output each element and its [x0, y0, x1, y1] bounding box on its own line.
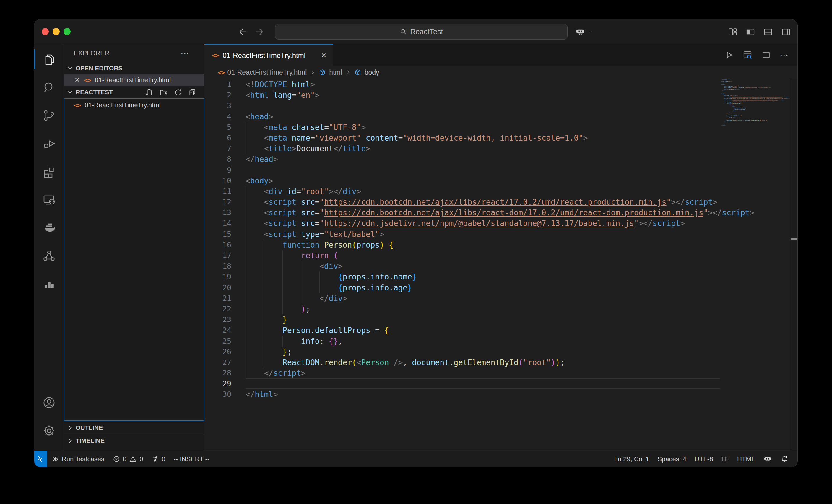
tab-active-file[interactable]: <> 01-ReactFirstTimeTry.html ✕ [204, 44, 333, 66]
line-number: 3 [204, 101, 231, 111]
code-line[interactable]: 4<head> [204, 111, 720, 122]
split-editor-icon[interactable] [761, 50, 771, 60]
code-line[interactable]: 17 return ( [204, 250, 720, 261]
back-icon[interactable] [238, 27, 248, 37]
code-line[interactable]: 9 [204, 165, 720, 176]
refresh-icon[interactable] [174, 88, 182, 97]
symbol-cube-icon [354, 69, 362, 76]
open-editor-entry[interactable]: ✕ <> 01-ReactFirstTimeTry.html [64, 74, 204, 86]
outline-header[interactable]: OUTLINE [64, 421, 204, 434]
new-folder-icon[interactable] [159, 88, 168, 97]
zoom-window-button[interactable] [63, 28, 71, 35]
run-testcases-button[interactable]: Run Testcases [47, 451, 108, 467]
close-icon[interactable]: ✕ [321, 52, 327, 59]
eol-setting[interactable]: LF [717, 455, 733, 463]
code-line[interactable]: 12 <script src="https://cdn.bootcdn.net/… [204, 197, 720, 207]
code-line[interactable]: 28 </script> [204, 368, 720, 378]
code-line[interactable]: 15 <script type="text/babel"> [204, 229, 720, 240]
code-line[interactable]: 27 ReactDOM.render(<Person />, document.… [204, 357, 720, 368]
vim-mode-indicator[interactable]: -- INSERT -- [170, 451, 214, 467]
encoding-setting[interactable]: UTF-8 [691, 455, 717, 463]
code-line[interactable]: 21 </div> [204, 293, 720, 304]
code-line[interactable]: 25 info: {}, [204, 336, 720, 347]
line-number: 2 [204, 90, 231, 101]
workspace-header[interactable]: REACTTEST [64, 86, 204, 98]
close-icon[interactable]: ✕ [74, 76, 80, 84]
indentation-setting[interactable]: Spaces: 4 [653, 455, 691, 463]
code-line[interactable]: 13 <script src="https://cdn.bootcdn.net/… [204, 207, 720, 218]
code-line[interactable]: 16 function Person(props) { [204, 240, 720, 250]
new-file-icon[interactable] [145, 88, 154, 97]
activity-source-control[interactable] [34, 101, 63, 129]
minimize-window-button[interactable] [53, 28, 60, 35]
activity-chart[interactable] [34, 270, 63, 298]
line-number: 15 [204, 229, 231, 240]
activity-docker[interactable] [34, 214, 63, 242]
activity-share-circles[interactable] [34, 242, 63, 270]
timeline-header[interactable]: TIMELINE [64, 434, 204, 447]
toggle-secondary-sidebar-icon[interactable] [781, 27, 791, 37]
code-line[interactable]: 19 {props.info.name} [204, 271, 720, 282]
copilot-menu[interactable] [575, 20, 593, 44]
code-line[interactable]: 20 {props.info.age} [204, 283, 720, 293]
code-line[interactable]: 6 <meta name="viewport" content="width=d… [204, 133, 720, 143]
code-line[interactable]: 30</html> [204, 389, 720, 400]
notifications-bell[interactable] [776, 455, 793, 463]
activity-extensions[interactable] [34, 157, 63, 186]
code-line[interactable]: 3 [204, 101, 720, 111]
code-line[interactable]: 10<body> [204, 176, 720, 186]
tree-item-file[interactable]: <> 01-ReactFirstTimeTry.html [64, 99, 204, 112]
code-line[interactable]: 30</html> [721, 124, 790, 126]
activity-remote-explorer[interactable] [34, 186, 63, 214]
language-mode[interactable]: HTML [733, 455, 759, 463]
breadcrumb-symbol-body[interactable]: body [365, 69, 380, 77]
breadcrumb-file[interactable]: 01-ReactFirstTimeTry.html [228, 69, 307, 77]
code-line[interactable]: 5 <meta charset="UTF-8"> [204, 122, 720, 133]
open-editors-header[interactable]: OPEN EDITORS [64, 62, 204, 74]
code-line[interactable]: 1<!DOCTYPE html> [204, 79, 720, 90]
line-number: 26 [204, 347, 231, 357]
toggle-primary-sidebar-icon[interactable] [746, 27, 755, 37]
debug-icon [42, 136, 56, 151]
search-value: ReactTest [410, 27, 443, 36]
forward-icon[interactable] [255, 27, 264, 37]
code-line[interactable]: 26 }; [204, 347, 720, 357]
code-line[interactable]: 18 <div> [204, 261, 720, 271]
remote-icon [36, 455, 45, 463]
code-line[interactable]: 2<html lang="en"> [204, 90, 720, 101]
settings-menu[interactable] [34, 417, 63, 445]
collapse-all-icon[interactable] [188, 88, 197, 97]
code-line[interactable]: 11 <div id="root"></div> [204, 186, 720, 197]
code-line[interactable]: 24 Person.defaultProps = { [204, 325, 720, 336]
code-line[interactable]: 23 } [204, 314, 720, 325]
ports-indicator[interactable]: 0 [147, 451, 169, 467]
code-line[interactable]: 8</head> [204, 154, 720, 164]
toggle-panel-icon[interactable] [763, 27, 773, 37]
code-editor[interactable]: 1<!DOCTYPE html>2<html lang="en">34<head… [204, 79, 798, 451]
open-editors-label: OPEN EDITORS [76, 65, 122, 72]
activity-run-debug[interactable] [34, 129, 63, 157]
line-number: 22 [204, 304, 231, 314]
close-window-button[interactable] [42, 28, 49, 35]
code-line[interactable]: 29 [204, 378, 720, 389]
activity-search[interactable] [34, 73, 63, 101]
activity-explorer[interactable] [34, 45, 63, 73]
problems-indicator[interactable]: 0 0 [108, 451, 148, 467]
copilot-status[interactable] [759, 455, 776, 463]
overview-ruler[interactable] [790, 79, 798, 451]
minimap[interactable]: 1<!DOCTYPE html>2<html lang="en">34<head… [721, 79, 790, 451]
remote-indicator[interactable] [34, 451, 47, 467]
command-center-search[interactable]: ReactTest [275, 24, 568, 39]
cursor-position[interactable]: Ln 29, Col 1 [610, 455, 654, 463]
more-actions-icon[interactable]: ⋯ [780, 50, 788, 60]
customize-layout-icon[interactable] [728, 27, 738, 37]
code-line[interactable]: 14 <script src="https://cdn.jsdelivr.net… [204, 218, 720, 229]
run-file-icon[interactable] [724, 50, 734, 60]
symbol-cube-icon [318, 69, 326, 76]
open-preview-icon[interactable] [743, 50, 753, 60]
more-actions-icon[interactable]: ⋯ [181, 48, 190, 58]
code-line[interactable]: 22 ); [204, 304, 720, 314]
code-line[interactable]: 7 <title>Document</title> [204, 143, 720, 154]
account-menu[interactable] [34, 389, 63, 417]
breadcrumb-symbol-html[interactable]: html [329, 69, 342, 77]
